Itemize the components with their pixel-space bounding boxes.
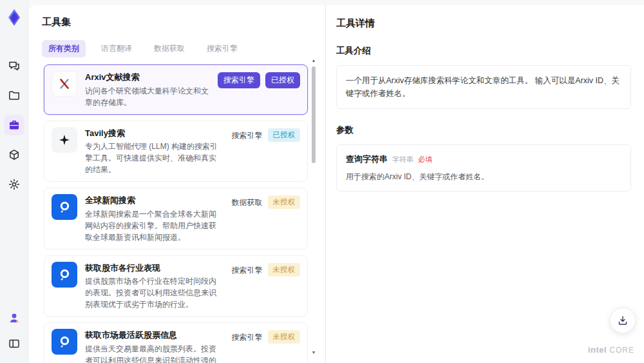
search-app-icon: [52, 329, 77, 355]
intel-core-logo: intel core: [588, 345, 634, 355]
category-label: 搜索引擎: [232, 330, 263, 343]
tool-description: 提供当天交易量最高的股票列表。投资者可以利用这些信息来识别流动性强的股票和潜在的…: [85, 343, 224, 363]
package-icon: [8, 148, 21, 161]
search-app-icon: [52, 262, 77, 288]
intro-text: 一个用于从Arxiv存储库搜索科学论文和文章的工具。 输入可以是Arxiv ID…: [346, 74, 621, 100]
tab-language-translation[interactable]: 语言翻译: [95, 40, 138, 57]
category-badge[interactable]: 搜索引擎: [218, 72, 260, 88]
brand-core: core: [609, 346, 634, 355]
scrollbar-thumb[interactable]: [312, 66, 316, 163]
param-header-row: 查询字符串 字符串 必填: [346, 153, 621, 165]
auth-status-badge: 未授权: [268, 195, 301, 209]
detail-title: 工具详情: [336, 17, 631, 30]
params-heading: 参数: [336, 124, 631, 136]
page-title: 工具集: [42, 16, 325, 28]
app-window: 工具集 所有类别 语言翻译 数据获取 搜索引擎 A: [0, 0, 644, 363]
tool-card-sector-performance[interactable]: 获取股市各行业表现 提供股票市场各个行业在特定时间段内的表现。投资者可以利用这些…: [44, 255, 308, 317]
tool-card-body: 获取股市各行业表现 提供股票市场各个行业在特定时间段内的表现。投资者可以利用这些…: [85, 262, 224, 311]
tool-name: 获取股市各行业表现: [85, 262, 224, 275]
tool-name: 获取市场最活跃股票信息: [85, 329, 224, 342]
tool-card-body: Tavily搜索 专为人工智能代理 (LLM) 构建的搜索引擎工具。可快速提供实…: [85, 127, 224, 176]
param-required-flag: 必填: [418, 155, 432, 164]
tool-list-panel: 工具集 所有类别 语言翻译 数据获取 搜索引擎 A: [28, 5, 325, 363]
tool-description: 专为人工智能代理 (LLM) 构建的搜索引擎工具。可快速提供实时、准确和真实的结…: [85, 141, 224, 175]
arxiv-logo-icon: [52, 71, 77, 97]
collapse-panel-button[interactable]: [4, 333, 24, 354]
user-avatar-button[interactable]: [4, 308, 24, 328]
category-label: 搜索引擎: [232, 128, 263, 141]
tool-description: 访问各个研究领域大量科学论文和文章的存储库。: [85, 85, 210, 108]
auth-status-badge: 未授权: [268, 263, 301, 277]
tool-card-badges: 搜索引擎 未授权: [232, 262, 301, 311]
tool-description: 全球新闻搜索是一个聚合全球各大新闻网站内容的搜索引擎。帮助用户快速获取全球最新资…: [85, 208, 224, 243]
sidebar-nav: [4, 55, 24, 195]
tool-card-body: 获取市场最活跃股票信息 提供当天交易量最高的股票列表。投资者可以利用这些信息来识…: [85, 329, 224, 363]
param-box: 查询字符串 字符串 必填 用于搜索的Arxiv ID、关键字或作者姓名。: [336, 144, 631, 191]
tool-name: 全球新闻搜索: [85, 194, 224, 207]
param-name: 查询字符串: [346, 153, 388, 165]
sidebar-item-files[interactable]: [4, 85, 24, 106]
download-icon: [617, 315, 629, 326]
tool-card-badges: 搜索引擎 已授权: [218, 71, 300, 108]
tool-card-most-active-stocks[interactable]: 获取市场最活跃股票信息 提供当天交易量最高的股票列表。投资者可以利用这些信息来识…: [44, 322, 308, 363]
intro-heading: 工具介绍: [336, 45, 631, 57]
tab-search-engine[interactable]: 搜索引擎: [200, 40, 244, 57]
sidebar-item-packages[interactable]: [4, 144, 24, 165]
tool-card-tavily[interactable]: Tavily搜索 专为人工智能代理 (LLM) 构建的搜索引擎工具。可快速提供实…: [44, 121, 308, 182]
tab-data-acquisition[interactable]: 数据获取: [147, 40, 191, 57]
app-logo-icon: [5, 8, 24, 27]
sidebar-item-chat[interactable]: [4, 55, 24, 76]
tool-detail-panel: 工具详情 工具介绍 一个用于从Arxiv存储库搜索科学论文和文章的工具。 输入可…: [325, 5, 644, 363]
sidebar-bottom: [4, 308, 24, 354]
download-button[interactable]: [610, 308, 636, 333]
search-app-icon: [52, 194, 77, 220]
tool-card-badges: 搜索引擎 已授权: [232, 127, 301, 176]
category-tabs: 所有类别 语言翻译 数据获取 搜索引擎: [42, 40, 325, 57]
tool-card-list: Arxiv文献搜索 访问各个研究领域大量科学论文和文章的存储库。 搜索引擎 已授…: [44, 64, 308, 363]
brand-intel: intel: [588, 345, 607, 355]
panel-toggle-icon: [8, 337, 21, 350]
chat-icon: [8, 59, 21, 72]
sidebar-item-toolset[interactable]: [4, 115, 24, 135]
tab-all-categories[interactable]: 所有类别: [42, 40, 86, 57]
scroll-up-arrow-icon[interactable]: ▲: [311, 58, 316, 63]
sidebar-item-settings[interactable]: [4, 174, 24, 195]
auth-status-badge: 未授权: [268, 330, 301, 344]
tool-card-badges: 数据获取 未授权: [232, 194, 301, 243]
toolbox-icon: [8, 119, 21, 132]
avatar-icon: [8, 311, 21, 324]
param-description: 用于搜索的Arxiv ID、关键字或作者姓名。: [346, 171, 621, 182]
tool-description: 提供股票市场各个行业在特定时间段内的表现。投资者可以利用这些信息来识别表现优于或…: [85, 275, 224, 310]
auth-status-badge: 已授权: [268, 128, 301, 142]
scroll-down-arrow-icon[interactable]: ▼: [311, 350, 316, 355]
param-type: 字符串: [392, 155, 413, 164]
tool-card-global-news[interactable]: 全球新闻搜索 全球新闻搜索是一个聚合全球各大新闻网站内容的搜索引擎。帮助用户快速…: [44, 188, 308, 250]
list-scrollbar: ▲ ▼: [311, 58, 316, 357]
folder-icon: [8, 89, 21, 102]
content-area: 工具集 所有类别 语言翻译 数据获取 搜索引擎 A: [28, 5, 644, 363]
tool-card-body: Arxiv文献搜索 访问各个研究领域大量科学论文和文章的存储库。: [85, 71, 210, 108]
tool-card-body: 全球新闻搜索 全球新闻搜索是一个聚合全球各大新闻网站内容的搜索引擎。帮助用户快速…: [85, 194, 224, 243]
gear-icon: [8, 178, 21, 191]
category-label: 数据获取: [232, 195, 263, 208]
tool-name: Tavily搜索: [85, 127, 224, 140]
sparkle-icon: [52, 127, 77, 153]
tool-card-arxiv[interactable]: Arxiv文献搜索 访问各个研究领域大量科学论文和文章的存储库。 搜索引擎 已授…: [44, 64, 308, 115]
tool-card-badges: 搜索引擎 未授权: [232, 329, 301, 363]
category-label: 搜索引擎: [232, 263, 263, 276]
intro-box: 一个用于从Arxiv存储库搜索科学论文和文章的工具。 输入可以是Arxiv ID…: [336, 65, 631, 109]
tool-name: Arxiv文献搜索: [85, 71, 210, 84]
auth-status-badge[interactable]: 已授权: [265, 72, 300, 88]
left-sidebar: [0, 0, 28, 363]
